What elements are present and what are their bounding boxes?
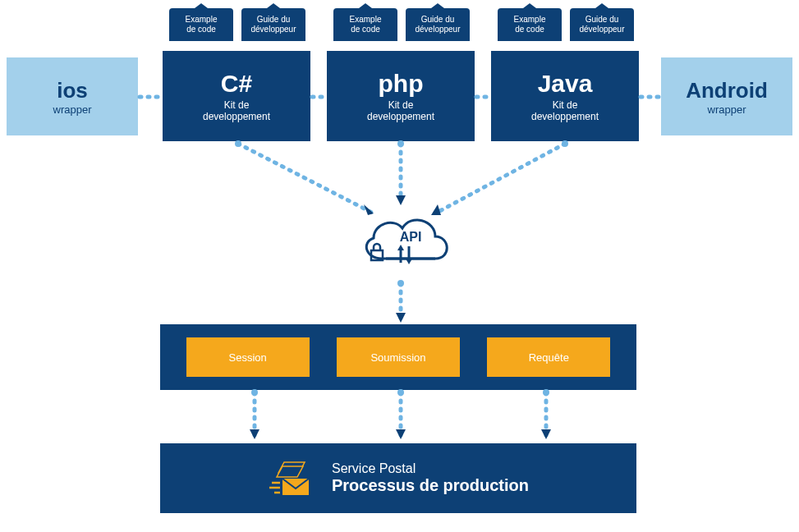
svg-marker-2 bbox=[397, 245, 404, 250]
svg-point-24 bbox=[562, 140, 568, 147]
svg-line-16 bbox=[238, 144, 374, 213]
svg-marker-26 bbox=[396, 313, 406, 323]
svg-line-22 bbox=[435, 144, 565, 213]
tab-guide-java: Guide dudéveloppeur bbox=[570, 8, 634, 41]
svg-marker-20 bbox=[396, 195, 406, 205]
svg-point-27 bbox=[397, 280, 404, 287]
sdk-title: C# bbox=[221, 70, 252, 98]
sdk-sub: Kit dedeveloppement bbox=[367, 99, 434, 123]
tab-example-csharp: Examplede code bbox=[169, 8, 233, 41]
tab-guide-csharp: Guide dudéveloppeur bbox=[241, 8, 305, 41]
tab-label: Examplede code bbox=[186, 15, 218, 34]
svg-marker-35 bbox=[541, 429, 551, 439]
middle-bar: Session Soumission Requête bbox=[160, 324, 636, 390]
bottom-bar: Service Postal Processus de production bbox=[160, 443, 636, 513]
wrapper-title: Android bbox=[686, 78, 768, 103]
svg-point-18 bbox=[235, 140, 241, 147]
tab-label: Guide dudéveloppeur bbox=[579, 15, 624, 34]
box-label: Soumission bbox=[370, 351, 425, 364]
api-cloud: API bbox=[353, 205, 460, 279]
svg-point-30 bbox=[251, 389, 258, 396]
mail-icon bbox=[268, 458, 317, 499]
tab-label: Examplede code bbox=[350, 15, 382, 34]
wrapper-android: Android wrapper bbox=[661, 57, 792, 135]
tab-label: Examplede code bbox=[514, 15, 546, 34]
svg-marker-29 bbox=[250, 429, 259, 439]
sdk-title: Java bbox=[538, 70, 593, 98]
svg-point-21 bbox=[397, 140, 404, 147]
sdk-sub: Kit dedeveloppement bbox=[203, 99, 270, 123]
wrapper-ios: ios wrapper bbox=[7, 57, 138, 135]
wrapper-sub: wrapper bbox=[53, 103, 92, 116]
tab-guide-php: Guide dudéveloppeur bbox=[406, 8, 470, 41]
box-session: Session bbox=[186, 337, 310, 377]
bottom-line2: Processus de production bbox=[332, 476, 529, 495]
cloud-icon: API bbox=[353, 205, 460, 279]
svg-marker-32 bbox=[396, 429, 406, 439]
sdk-csharp: C# Kit dedeveloppement bbox=[163, 51, 310, 141]
bottom-text: Service Postal Processus de production bbox=[332, 461, 529, 495]
sdk-php: php Kit dedeveloppement bbox=[327, 51, 475, 141]
tab-label: Guide dudéveloppeur bbox=[415, 15, 460, 34]
svg-point-36 bbox=[543, 389, 549, 396]
sdk-sub: Kit dedeveloppement bbox=[531, 99, 599, 123]
tab-example-java: Examplede code bbox=[498, 8, 562, 41]
box-requete: Requête bbox=[487, 337, 610, 377]
tab-example-php: Examplede code bbox=[333, 8, 397, 41]
wrapper-sub: wrapper bbox=[708, 103, 746, 116]
box-soumission: Soumission bbox=[337, 337, 460, 377]
wrapper-title: ios bbox=[57, 78, 88, 103]
api-label: API bbox=[400, 230, 422, 244]
tab-label: Guide dudéveloppeur bbox=[250, 15, 296, 34]
box-label: Requête bbox=[529, 351, 569, 364]
box-label: Session bbox=[229, 351, 267, 364]
bottom-line1: Service Postal bbox=[332, 461, 529, 476]
sdk-title: php bbox=[379, 70, 424, 98]
svg-point-33 bbox=[397, 389, 404, 396]
sdk-java: Java Kit dedeveloppement bbox=[491, 51, 639, 141]
